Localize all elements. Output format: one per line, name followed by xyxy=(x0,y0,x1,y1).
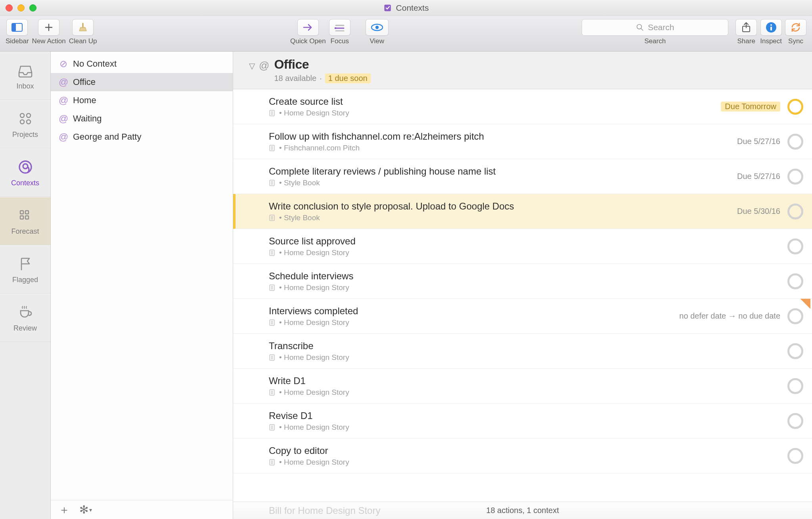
task-due: Due 5/27/16 xyxy=(737,172,780,181)
clean-up-label: Clean Up xyxy=(69,37,97,45)
task-due: no defer date → no due date xyxy=(679,311,780,321)
close-window-button[interactable] xyxy=(6,4,13,12)
eye-icon xyxy=(371,23,383,31)
task-meta: • Fishchannel.com Pitch xyxy=(269,144,737,152)
window-controls xyxy=(6,4,36,12)
note-icon xyxy=(269,424,275,431)
svg-point-13 xyxy=(770,24,772,26)
perspective-review[interactable]: Review xyxy=(0,294,50,342)
perspective-flagged[interactable]: Flagged xyxy=(0,245,50,294)
status-bar: Bill for Home Design Story 18 actions, 1… xyxy=(233,502,812,519)
quick-open-button[interactable] xyxy=(297,19,319,36)
perspective-inbox-label: Inbox xyxy=(16,82,34,90)
task-project: • Home Design Story xyxy=(279,458,349,467)
new-action-button[interactable] xyxy=(38,19,59,36)
task-checkbox[interactable] xyxy=(787,273,803,289)
add-context-button[interactable]: ＋ xyxy=(59,502,70,517)
task-checkbox[interactable] xyxy=(787,448,803,464)
context-label: George and Patty xyxy=(73,132,141,142)
focus-button[interactable] xyxy=(329,19,350,36)
disclosure-triangle-icon[interactable]: ▽ xyxy=(249,61,255,71)
svg-point-15 xyxy=(20,113,24,117)
view-button[interactable] xyxy=(366,19,389,36)
context-row[interactable]: ⊘No Context xyxy=(51,55,233,73)
task-meta: • Home Design Story xyxy=(269,423,787,432)
perspective-forecast[interactable]: Forecast xyxy=(0,197,50,245)
task-meta: • Home Design Story xyxy=(269,388,787,397)
maximize-window-button[interactable] xyxy=(29,4,36,12)
task-meta: • Home Design Story xyxy=(269,248,787,257)
svg-rect-22 xyxy=(25,211,29,214)
sync-button[interactable] xyxy=(785,19,806,36)
context-row[interactable]: @Waiting xyxy=(51,110,233,128)
note-icon xyxy=(269,284,275,291)
task-row[interactable]: Write conclusion to style proposal. Uplo… xyxy=(233,194,812,229)
context-sidebar: ⊘No Context@Office@Home@Waiting@George a… xyxy=(51,52,233,519)
task-row[interactable]: Schedule interviews• Home Design Story xyxy=(233,264,812,299)
task-row[interactable]: Revise D1• Home Design Story xyxy=(233,404,812,438)
task-row[interactable]: Create source list• Home Design StoryDue… xyxy=(233,89,812,124)
inspect-button[interactable] xyxy=(760,19,782,36)
task-checkbox[interactable] xyxy=(787,413,803,429)
search-icon xyxy=(636,23,644,31)
note-icon xyxy=(269,389,275,396)
task-row[interactable]: Transcribe• Home Design Story xyxy=(233,334,812,369)
task-checkbox[interactable] xyxy=(787,343,803,359)
task-checkbox[interactable] xyxy=(787,99,803,115)
task-title: Write D1 xyxy=(269,375,787,386)
context-row[interactable]: @Office xyxy=(51,73,233,91)
svg-rect-21 xyxy=(20,211,23,214)
window-title: Contexts xyxy=(383,3,429,13)
note-icon xyxy=(269,250,275,256)
at-icon: @ xyxy=(59,113,68,124)
perspective-contexts-label: Contexts xyxy=(11,179,39,187)
svg-rect-2 xyxy=(12,23,16,31)
task-row[interactable]: Follow up with fishchannel.com re:Alzhei… xyxy=(233,124,812,159)
perspective-projects[interactable]: Projects xyxy=(0,100,50,148)
minimize-window-button[interactable] xyxy=(17,4,25,12)
context-row[interactable]: @Home xyxy=(51,91,233,110)
content-area: ▽ @ Office 18 available · 1 due soon Cre… xyxy=(233,52,812,519)
coffee-icon xyxy=(17,304,34,321)
task-title: Schedule interviews xyxy=(269,271,787,282)
context-label: Home xyxy=(73,95,96,106)
svg-rect-23 xyxy=(20,216,23,219)
task-project: • Home Design Story xyxy=(279,318,349,327)
share-button[interactable] xyxy=(735,19,757,36)
task-row[interactable]: Complete literary reviews / publishing h… xyxy=(233,159,812,194)
task-checkbox[interactable] xyxy=(787,238,803,254)
search-input[interactable]: Search xyxy=(582,19,728,36)
clean-up-button[interactable] xyxy=(72,19,94,36)
content-title: Office xyxy=(274,57,370,72)
sidebar-toggle-label: Sidebar xyxy=(6,37,29,45)
task-row[interactable]: Write D1• Home Design Story xyxy=(233,369,812,404)
share-label: Share xyxy=(737,37,755,45)
task-meta: • Style Book xyxy=(269,213,737,222)
task-row[interactable]: Interviews completed• Home Design Storyn… xyxy=(233,299,812,334)
task-row[interactable]: Copy to editor• Home Design Story xyxy=(233,438,812,473)
task-checkbox[interactable] xyxy=(787,134,803,150)
svg-point-17 xyxy=(20,120,24,124)
task-checkbox[interactable] xyxy=(787,378,803,394)
perspective-inbox[interactable]: Inbox xyxy=(0,52,50,100)
toolbar: Sidebar New Action Clean Up Quick Open F… xyxy=(0,16,812,52)
sidebar-settings-button[interactable]: ✻▾ xyxy=(79,503,92,516)
context-at-icon: @ xyxy=(259,60,269,72)
broom-icon xyxy=(78,22,88,33)
note-icon xyxy=(269,145,275,151)
svg-point-8 xyxy=(375,26,379,29)
task-checkbox[interactable] xyxy=(787,204,803,219)
quick-open-label: Quick Open xyxy=(290,37,326,45)
task-title: Transcribe xyxy=(269,340,787,352)
inspect-label: Inspect xyxy=(760,37,782,45)
sidebar-toggle-button[interactable] xyxy=(6,19,28,36)
context-row[interactable]: @George and Patty xyxy=(51,128,233,146)
at-icon: @ xyxy=(59,77,68,88)
task-title: Write conclusion to style proposal. Uplo… xyxy=(269,201,737,212)
task-checkbox[interactable] xyxy=(787,169,803,185)
perspective-contexts[interactable]: Contexts xyxy=(0,148,50,197)
partial-task-title: Bill for Home Design Story xyxy=(269,505,380,516)
due-soon-badge: 1 due soon xyxy=(325,73,371,83)
task-row[interactable]: Source list approved• Home Design Story xyxy=(233,229,812,264)
task-title: Source list approved xyxy=(269,236,787,247)
